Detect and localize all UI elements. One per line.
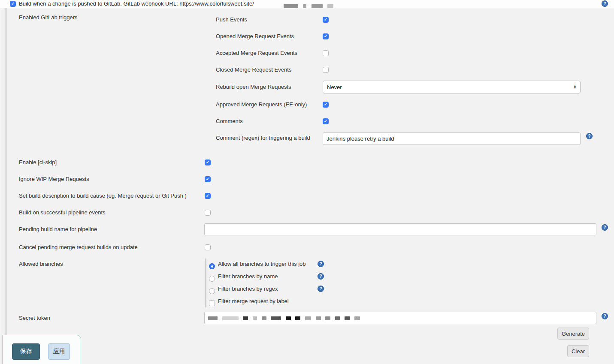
allow-all-branches-radio[interactable] [209,263,215,269]
set-build-description-checkbox[interactable] [205,193,211,199]
comment-regex-help-icon[interactable]: ? [586,133,593,139]
build-when-pushed-label: Build when a change is pushed to GitLab.… [19,0,254,7]
redacted-url-text [284,2,336,10]
push-events-label: Push Events [216,16,247,23]
clear-button[interactable]: Clear [567,345,589,357]
comments-label: Comments [216,118,243,125]
secret-token-label: Secret token [19,315,50,322]
push-events-checkbox[interactable] [323,17,329,23]
build-when-pushed-checkbox[interactable] [10,1,16,7]
build-on-pipeline-checkbox[interactable] [205,210,211,216]
enabled-triggers-section-label: Enabled GitLab triggers [19,14,78,21]
allowed-branches-indent-bar [205,259,206,307]
set-build-description-label: Set build description to build cause (eg… [19,193,187,199]
filter-mr-by-label-label: Filter merge request by label [218,298,289,305]
pending-build-name-help-icon[interactable]: ? [602,224,608,231]
allow-all-branches-label: Allow all branches to trigger this job [218,261,306,268]
approved-mr-label: Approved Merge Requests (EE-only) [216,101,307,108]
generate-button[interactable]: Generate [557,328,589,340]
rebuild-open-mr-label: Rebuild open Merge Requests [216,84,291,90]
secret-token-help-icon[interactable]: ? [602,313,608,319]
enable-ci-skip-label: Enable [ci-skip] [19,159,57,166]
opened-mr-events-checkbox[interactable] [323,33,329,39]
accepted-mr-events-label: Accepted Merge Request Events [216,50,297,57]
filter-branches-by-name-radio[interactable] [209,276,215,282]
rebuild-open-mr-select[interactable]: Never ▲▼ [323,81,581,93]
rebuild-open-mr-selected-value: Never [327,84,342,90]
ignore-wip-mr-checkbox[interactable] [205,176,211,182]
filter-mr-by-label-checkbox[interactable] [209,300,215,306]
save-apply-panel: 保存 应用 [2,335,81,364]
enable-ci-skip-checkbox[interactable] [205,159,211,165]
closed-mr-events-label: Closed Merge Request Events [216,66,291,73]
build-on-pipeline-label: Build on successful pipeline events [19,209,106,216]
comment-regex-label: Comment (regex) for triggering a build [216,135,310,141]
filter-branches-by-regex-help-icon[interactable]: ? [318,286,324,292]
filter-branches-by-name-help-icon[interactable]: ? [318,273,324,280]
cancel-pending-label: Cancel pending merge request builds on u… [19,244,138,251]
secret-token-input[interactable] [204,312,596,324]
gitlab-trigger-config-page: Build when a change is pushed to GitLab.… [0,0,614,364]
build-trigger-header-row: Build when a change is pushed to GitLab.… [0,0,614,8]
header-help-icon[interactable]: ? [602,0,608,7]
select-stepper-arrows-icon: ▲▼ [574,85,576,89]
approved-mr-checkbox[interactable] [323,102,329,108]
left-divider-line [1,8,1,364]
pending-build-name-input[interactable] [204,223,596,235]
redacted-token-text [208,315,363,321]
allow-all-branches-help-icon[interactable]: ? [318,261,324,267]
filter-branches-by-regex-radio[interactable] [209,288,215,294]
filter-branches-by-regex-label: Filter branches by regex [218,286,278,292]
comment-regex-input[interactable] [323,132,581,145]
save-button[interactable]: 保存 [12,343,40,360]
cancel-pending-checkbox[interactable] [205,244,211,250]
pending-build-name-label: Pending build name for pipeline [19,226,97,233]
comments-checkbox[interactable] [323,118,329,124]
allowed-branches-section-label: Allowed branches [19,261,63,268]
apply-button[interactable]: 应用 [48,343,70,360]
closed-mr-events-checkbox[interactable] [323,67,329,73]
opened-mr-events-label: Opened Merge Request Events [216,33,294,40]
ignore-wip-mr-label: Ignore WIP Merge Requests [19,176,89,183]
accepted-mr-events-checkbox[interactable] [323,50,329,56]
filter-branches-by-name-label: Filter branches by name [218,273,278,280]
section-indent-bar [4,8,7,364]
